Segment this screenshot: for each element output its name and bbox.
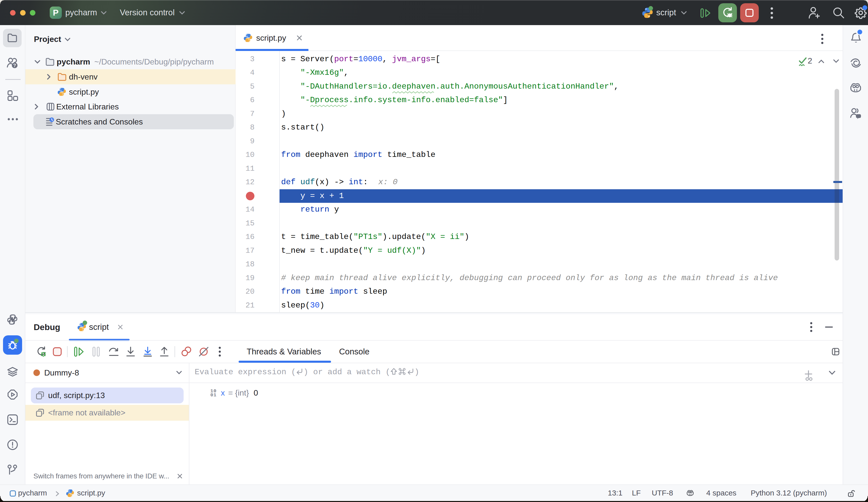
svg-text:?: ? (13, 63, 16, 68)
